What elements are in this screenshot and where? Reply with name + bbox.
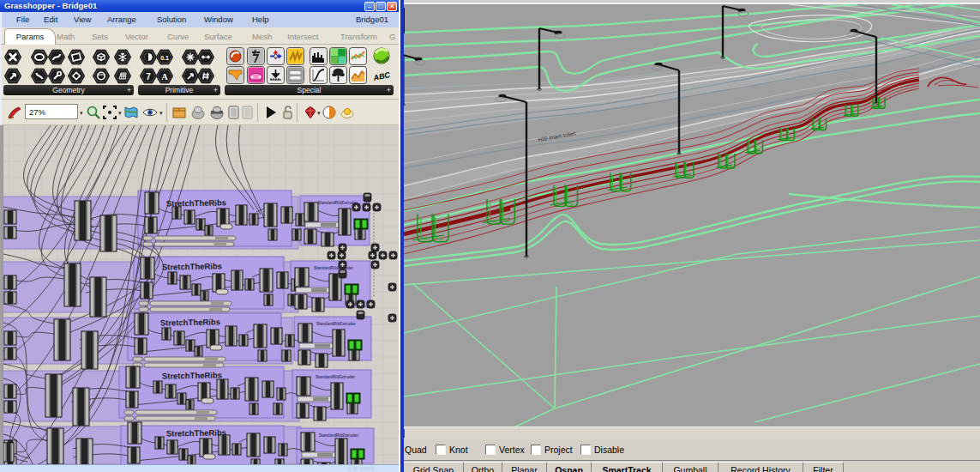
svg-text:StandardRibExtruder: StandardRibExtruder: [314, 266, 353, 270]
svg-text:StretchTheRibs: StretchTheRibs: [166, 427, 226, 438]
svg-text:A: A: [161, 72, 168, 82]
svg-text:StretchTheRibs: StretchTheRibs: [160, 317, 220, 327]
svg-text:StandardRibExtruder: StandardRibExtruder: [318, 201, 358, 205]
svg-text:StretchTheRibs: StretchTheRibs: [162, 261, 222, 271]
svg-text:StandardRibExtruder: StandardRibExtruder: [319, 433, 358, 438]
svg-text:StretchTheRibs: StretchTheRibs: [162, 370, 222, 380]
svg-text:StandardRibExtruder: StandardRibExtruder: [316, 322, 356, 326]
svg-text:ABC: ABC: [372, 70, 391, 82]
svg-text:7: 7: [146, 72, 151, 82]
svg-text:0.1: 0.1: [160, 55, 169, 61]
svg-text:StandardRibExtruder: StandardRibExtruder: [316, 375, 355, 379]
